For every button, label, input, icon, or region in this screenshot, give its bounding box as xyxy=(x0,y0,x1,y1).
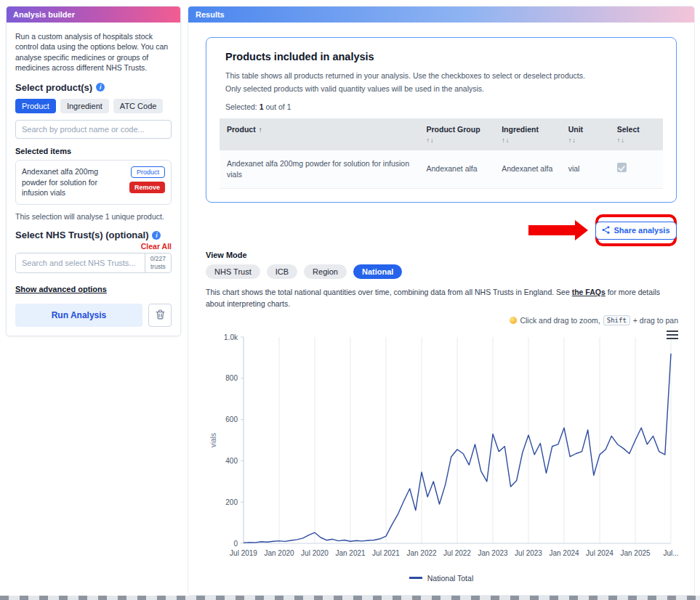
zoom-tip: Click and drag to zoom, Shift + drag to … xyxy=(206,315,678,325)
svg-text:800: 800 xyxy=(225,374,238,382)
share-icon xyxy=(602,226,610,235)
legend-line-swatch xyxy=(409,577,422,579)
horizontal-scrollbar[interactable] xyxy=(0,596,700,600)
svg-text:200: 200 xyxy=(225,498,238,506)
run-analysis-button[interactable]: Run Analysis xyxy=(15,304,142,327)
svg-text:Jan 2025: Jan 2025 xyxy=(620,549,651,557)
selected-items-label: Selected items xyxy=(15,147,172,155)
annotation-arrow xyxy=(528,220,588,240)
svg-text:Jan 2024: Jan 2024 xyxy=(549,549,579,557)
sort-asc-icon: ↑ xyxy=(259,126,262,134)
svg-text:Jul 2019: Jul 2019 xyxy=(230,549,257,557)
select-product-label: Select product(s) xyxy=(15,82,92,93)
svg-text:Jul 2020: Jul 2020 xyxy=(301,549,329,557)
sort-icon: ↑↓ xyxy=(502,137,554,144)
sort-icon: ↑↓ xyxy=(617,137,656,144)
cell-unit: vial xyxy=(561,150,610,189)
svg-text:vials: vials xyxy=(209,433,217,447)
selected-item-name: Andexanet alfa 200mg powder for solution… xyxy=(22,166,125,198)
annotation-highlight: Share analysis xyxy=(595,214,677,246)
advanced-options-link[interactable]: Show advanced options xyxy=(15,285,107,293)
national-total-chart[interactable]: Jul 2019Jan 2020Jul 2020Jan 2021Jul 2021… xyxy=(206,327,687,574)
cell-product-group: Andexanet alfa xyxy=(419,150,495,189)
col-header-product[interactable]: Product↑ xyxy=(220,118,419,150)
analysis-builder-panel: Analysis builder Run a custom analysis o… xyxy=(6,6,181,336)
col-header-ingredient[interactable]: Ingredient ↑↓ xyxy=(494,118,561,150)
view-mode-region[interactable]: Region xyxy=(304,264,347,279)
analysis-builder-header: Analysis builder xyxy=(7,7,180,23)
table-row: Andexanet alfa 200mg powder for solution… xyxy=(220,150,663,189)
selected-count: Selected: 1 out of 1 xyxy=(225,102,663,111)
svg-text:Jul 2023: Jul 2023 xyxy=(515,549,542,557)
share-analysis-button[interactable]: Share analysis xyxy=(595,222,676,240)
product-type-tabs: Product Ingredient ATC Code xyxy=(15,99,172,113)
sort-icon: ↑↓ xyxy=(427,137,488,144)
chart-legend: National Total xyxy=(188,574,694,583)
shift-key-badge: Shift xyxy=(603,315,630,325)
view-mode-icb[interactable]: ICB xyxy=(267,264,297,279)
product-search-input[interactable] xyxy=(15,120,172,139)
svg-text:400: 400 xyxy=(225,457,238,465)
view-mode-label: View Mode xyxy=(206,251,677,259)
products-table: Product↑ Product Group ↑↓ Ingredient ↑↓ … xyxy=(220,118,663,189)
products-card-desc2: Only selected products with valid quanti… xyxy=(225,84,484,93)
faqs-link[interactable]: the FAQs xyxy=(572,288,606,296)
results-panel: Results Products included in analysis Th… xyxy=(188,6,695,596)
chart-plot-area[interactable]: Jul 2019Jan 2020Jul 2020Jan 2021Jul 2021… xyxy=(206,327,678,570)
products-card-desc1: This table shows all products returned i… xyxy=(225,71,585,80)
tip-bulb-icon xyxy=(510,317,517,324)
view-mode-section: View Mode NHS Trust ICB Region National xyxy=(206,251,677,279)
view-mode-nhs-trust[interactable]: NHS Trust xyxy=(206,264,260,279)
svg-text:Jul 2021: Jul 2021 xyxy=(372,549,400,557)
remove-item-button[interactable]: Remove xyxy=(129,182,165,193)
svg-text:Jul...: Jul... xyxy=(663,549,678,557)
svg-text:Jan 2021: Jan 2021 xyxy=(335,549,366,557)
select-trust-heading: Select NHS Trust(s) (optional) i xyxy=(15,230,172,240)
col-header-select[interactable]: Select ↑↓ xyxy=(610,118,663,150)
tab-atc-code[interactable]: ATC Code xyxy=(113,99,164,113)
cell-product: Andexanet alfa 200mg powder for solution… xyxy=(220,150,419,189)
svg-text:Jul 2022: Jul 2022 xyxy=(443,549,471,557)
products-card-title: Products included in analysis xyxy=(225,51,663,62)
svg-text:Jan 2022: Jan 2022 xyxy=(406,549,437,557)
selected-item-card: Andexanet alfa 200mg powder for solution… xyxy=(15,160,172,205)
svg-text:Jan 2020: Jan 2020 xyxy=(264,549,294,557)
trust-counter: 0/227 trusts xyxy=(145,254,171,272)
svg-text:600: 600 xyxy=(225,415,238,423)
select-trust-label: Select NHS Trust(s) (optional) xyxy=(15,230,148,240)
svg-text:Jul 2024: Jul 2024 xyxy=(586,549,613,557)
col-header-product-group[interactable]: Product Group ↑↓ xyxy=(419,118,495,150)
info-icon[interactable]: i xyxy=(96,83,105,92)
svg-text:0: 0 xyxy=(233,539,238,547)
trust-search-wrap: 0/227 trusts xyxy=(15,253,172,273)
select-product-heading: Select product(s) i xyxy=(15,82,172,93)
trust-counter-unit: trusts xyxy=(150,263,166,271)
info-icon[interactable]: i xyxy=(152,231,161,240)
view-mode-national[interactable]: National xyxy=(353,264,402,279)
trust-search-input[interactable] xyxy=(16,254,145,272)
sort-icon: ↑↓ xyxy=(568,137,603,144)
legend-label: National Total xyxy=(427,574,473,583)
chart-description: This chart shows the total national quan… xyxy=(206,287,677,310)
clear-all-link[interactable]: Clear All xyxy=(15,242,172,251)
products-included-card: Products included in analysis This table… xyxy=(206,37,677,203)
tab-ingredient[interactable]: Ingredient xyxy=(60,99,109,113)
svg-text:1.0k: 1.0k xyxy=(224,333,238,341)
selection-summary: This selection will analyse 1 unique pro… xyxy=(15,212,172,221)
svg-text:Jan 2023: Jan 2023 xyxy=(478,549,508,557)
page: Analysis builder Run a custom analysis o… xyxy=(0,0,700,600)
trash-icon xyxy=(156,309,165,322)
share-zone: Share analysis xyxy=(206,210,677,251)
chart-menu-icon[interactable] xyxy=(667,328,678,341)
item-type-badge: Product xyxy=(131,166,165,178)
row-select-checkbox[interactable] xyxy=(617,163,627,172)
trust-counter-value: 0/227 xyxy=(150,255,166,263)
tab-product[interactable]: Product xyxy=(15,99,56,113)
col-header-unit[interactable]: Unit ↑↓ xyxy=(561,118,610,150)
builder-description: Run a custom analysis of hospitals stock… xyxy=(15,31,172,73)
results-header: Results xyxy=(188,7,694,23)
delete-button[interactable] xyxy=(148,304,172,327)
cell-ingredient: Andexanet alfa xyxy=(494,150,561,189)
